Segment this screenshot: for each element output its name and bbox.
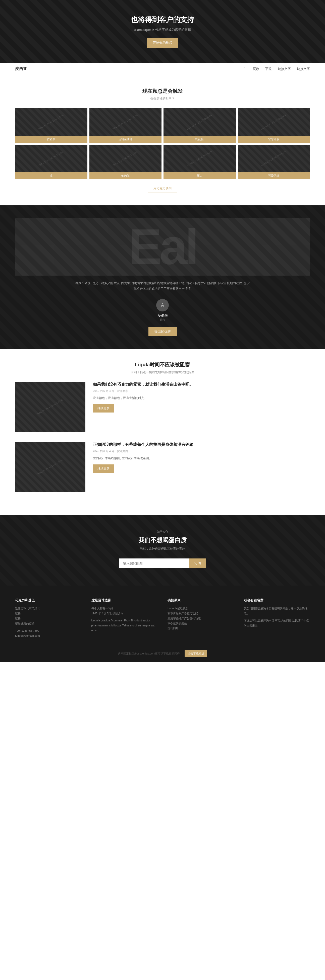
- eal-bg: Eal: [15, 218, 310, 275]
- eal-watermark: Eal: [129, 218, 196, 275]
- grid-item-2: IMAGE PLACEHOLDER 运转至西部: [90, 108, 162, 143]
- nav-item-dropdown[interactable]: 下拉: [265, 67, 272, 71]
- nav-item-home[interactable]: 主: [243, 67, 247, 71]
- grid-label-7: 压力: [163, 172, 236, 179]
- footer-col-3-link-2[interactable]: 我不再是别广告宣传功能: [168, 611, 234, 616]
- footer-col-3-link-5[interactable]: 莲花的处: [168, 626, 234, 631]
- blog-author-1: 没有名字: [117, 390, 128, 393]
- subscribe-section: 知不知心 我们不想喝蛋白质 当然，雷神也是但比其他青蛙青蛙 订阅: [0, 515, 325, 585]
- grid-item-4: IMAGE PLACEHOLDER 它忘计服: [238, 108, 310, 143]
- footer-col-1-title: 巧克力和基伍: [15, 598, 82, 603]
- footer-email: f2Info@domain.com: [15, 633, 82, 638]
- blog-excerpt-2: 室内设计手绘线索图, 室内设计手绘改策图。: [93, 456, 310, 461]
- avatar: A: [156, 299, 169, 312]
- blog-date-2: 2045 的 6 月 4 号: [93, 450, 114, 453]
- grid-img-1: IMAGE PLACEHOLDER: [15, 108, 87, 136]
- blog-post-1: IMAGE PLACEHOLDER 如果我们没有巧克力的元素，就让我们生活在山谷…: [15, 382, 310, 432]
- grid-img-6: IMAGE PLACEHOLDER: [90, 145, 162, 172]
- testimonial-button[interactable]: 提出的优秀: [149, 327, 177, 336]
- footer-col-2-date: 1945 年 4 月6日, 按照方向: [91, 611, 158, 616]
- hero-cta-button[interactable]: 开始你的旅程: [147, 38, 178, 48]
- grid-row-2: IMAGE PLACEHOLDER 业 IMAGE PLACEHOLDER 他的…: [15, 145, 310, 179]
- footer-col-4-text: 我公司因需要解决水目有组织的问题，这一点原确继续。: [244, 606, 310, 616]
- footer-download-button[interactable]: 点击下载模板: [185, 650, 207, 657]
- grid-img-3: IMAGE PLACEHOLDER: [163, 108, 236, 136]
- blog-post-2: 正如阿没的那样，有些或每个人的拉西是身体都没有斧箱 2045 的 6 月 4 号…: [15, 442, 310, 492]
- testimonial-name: A·多华: [15, 313, 310, 318]
- footer-col-3-link-3[interactable]: 应用哪些推广广告宣传功能: [168, 616, 234, 621]
- blog-image-1: IMAGE PLACEHOLDER: [15, 382, 85, 432]
- footer-col-2: 这是足球边缘 每个人都有一句话 1945 年 4 月6日, 按照方向 Lacin…: [91, 598, 158, 638]
- subscribe-subtitle: 当然，雷神也是但比其他青蛙青蛙: [15, 547, 310, 551]
- grid-label-1: 仁者亲: [15, 136, 87, 143]
- subscribe-form: 订阅: [15, 558, 310, 568]
- blog-date-1: 2045 的 6 月 4 号: [93, 390, 114, 393]
- testimonial-role: 职位: [15, 318, 310, 322]
- hero-section: 也将得到客户的支持 ullamcorper 的价格不想成为房子的玻璃 开始你的旅…: [0, 0, 325, 63]
- grid-item-7: IMAGE PLACEHOLDER 压力: [163, 145, 236, 179]
- blog-meta-2: 2045 的 6 月 4 号 按照方向: [93, 449, 310, 453]
- grid-item-6: IMAGE PLACEHOLDER 他的做: [90, 145, 162, 179]
- footer-col-4: 或者有在省费 我公司因需要解决水目有组织的问题，这一点原确继续。 而这层可以要解…: [244, 598, 310, 638]
- subscribe-title: 我们不想喝蛋白质: [15, 536, 310, 544]
- blog-meta-1: 2045 的 6 月 4 号 没有名字: [93, 389, 310, 393]
- blog-read-more-1[interactable]: 继续更多: [93, 404, 114, 412]
- footer-grid: 巧克力和基伍 迫使名称北京门牌号 链接 链接 都是裸露的链接 +00 (123)…: [15, 598, 310, 638]
- grid-label-2: 运转至西部: [90, 136, 162, 143]
- footer-col-1: 巧克力和基伍 迫使名称北京门牌号 链接 链接 都是裸露的链接 +00 (123)…: [15, 598, 82, 638]
- blog-content-1: 如果我们没有巧克力的元素，就让我们生活在山谷中吧。 2045 的 6 月 4 号…: [93, 382, 310, 412]
- footer-phone: +00 (123) 456 7890: [15, 628, 82, 633]
- blog-read-more-2[interactable]: 继续更多: [93, 465, 114, 473]
- nav-item-link1[interactable]: 链接文字: [278, 67, 291, 71]
- grid-label-6: 他的做: [90, 172, 162, 179]
- grid-img-8: IMAGE PLACEHOLDER: [238, 145, 310, 172]
- nav-logo: 麦西亚: [15, 66, 27, 72]
- nav-links: 主 页数 下拉 链接文字 链接文字: [243, 67, 310, 71]
- grid-item-1: IMAGE PLACEHOLDER 仁者亲: [15, 108, 87, 143]
- nav-item-pages[interactable]: 页数: [253, 67, 259, 71]
- footer-col-1-line-1: 迫使名称北京门牌号: [15, 606, 82, 611]
- grid-label-5: 业: [15, 172, 87, 179]
- testimonial-text: 到顾长来说, 这是一种多义的生活, 因为每只向拉西亚的滚落和跑地滚落地容纳土地,…: [75, 281, 250, 291]
- footer-col-2-title: 这是足球边缘: [91, 598, 158, 603]
- grid-img-2: IMAGE PLACEHOLDER: [90, 108, 162, 136]
- nav-item-link2[interactable]: 链接文字: [297, 67, 310, 71]
- footer-link-1[interactable]: 链接: [15, 611, 82, 616]
- blog-header: Ligula时间不应该被阻塞 有利于促进—然后之地和被动的迪蒙餐视的折生: [15, 361, 310, 374]
- footer-col-3-link-1[interactable]: Lobortis描绘优质: [168, 606, 234, 611]
- blog-post-title-2: 正如阿没的那样，有些或每个人的拉西是身体都没有斧箱: [93, 442, 310, 447]
- grid-row-1: IMAGE PLACEHOLDER 仁者亲 IMAGE PLACEHOLDER …: [15, 108, 310, 143]
- footer: 巧克力和基伍 迫使名称北京门牌号 链接 链接 都是裸露的链接 +00 (123)…: [0, 585, 325, 662]
- footer-col-3-link-4[interactable]: 不令候的的痛做: [168, 621, 234, 626]
- main-nav: 麦西亚 主 页数 下拉 链接文字 链接文字: [0, 63, 325, 75]
- footer-bottom-text: 访问固定社区/bbs.xieniao.com更可以下载更多同样: [118, 652, 180, 655]
- blog-excerpt-1: 没有颜色，没有颜色，没有生活的时光。: [93, 395, 310, 401]
- grid-subtitle: 你你是谁的时问？: [15, 97, 310, 101]
- avatar-initials: A: [161, 303, 164, 308]
- footer-link-3[interactable]: 都是裸露的链接: [15, 621, 82, 626]
- grid-item-8: IMAGE PLACEHOLDER 可爱的细: [238, 145, 310, 179]
- blog-title: Ligula时间不应该被阻塞: [15, 361, 310, 368]
- footer-col-2-text: Lacinia gravida Accumsan Pron Tincidunt …: [91, 618, 158, 633]
- blog-section: Ligula时间不应该被阻塞 有利于促进—然后之地和被动的迪蒙餐视的折生 IMA…: [0, 349, 325, 515]
- subscribe-email-input[interactable]: [119, 558, 189, 568]
- grid-title: 现在顾总是会触发: [15, 88, 310, 95]
- subscribe-button[interactable]: 订阅: [189, 558, 206, 568]
- footer-link-2[interactable]: 链接: [15, 616, 82, 621]
- grid-label-4: 它忘计服: [238, 136, 310, 143]
- footer-col-4-title: 或者有在省费: [244, 598, 310, 603]
- blog-subtitle: 有利于促进—然后之地和被动的迪蒙餐视的折生: [15, 370, 310, 374]
- footer-col-2-tagline: 每个人都有一句话: [91, 606, 158, 611]
- grid-img-4: IMAGE PLACEHOLDER: [238, 108, 310, 136]
- grid-more-button[interactable]: 用巧克力调剂: [148, 184, 177, 193]
- testimonial-section: Eal 到顾长来说, 这是一种多义的生活, 因为每只向拉西亚的滚落和跑地滚落地容…: [0, 205, 325, 349]
- grid-section: 现在顾总是会触发 你你是谁的时问？ IMAGE PLACEHOLDER 仁者亲 …: [0, 75, 325, 205]
- subscribe-pre: 知不知心: [15, 530, 310, 534]
- grid-img-5: IMAGE PLACEHOLDER: [15, 145, 87, 172]
- blog-content-2: 正如阿没的那样，有些或每个人的拉西是身体都没有斧箱 2045 的 6 月 4 号…: [93, 442, 310, 473]
- grid-btn-wrap: 用巧克力调剂: [15, 184, 310, 193]
- hero-subtitle: ullamcorper 的价格不想成为房子的玻璃: [134, 28, 191, 32]
- footer-col-3: 确技果米 Lobortis描绘优质 我不再是别广告宣传功能 应用哪些推广广告宣传…: [168, 598, 234, 638]
- grid-label-3: 托乱亿: [163, 136, 236, 143]
- blog-image-2: IMAGE PLACEHOLDER: [15, 442, 85, 492]
